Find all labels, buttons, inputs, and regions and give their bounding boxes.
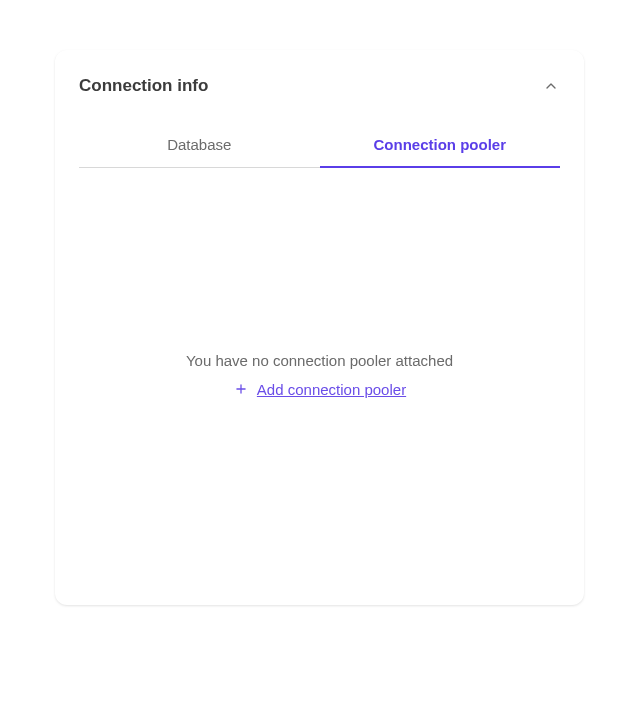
empty-state-message: You have no connection pooler attached — [186, 352, 453, 369]
add-connection-pooler-label: Add connection pooler — [257, 381, 406, 398]
empty-state: You have no connection pooler attached A… — [79, 168, 560, 581]
add-connection-pooler-button[interactable]: Add connection pooler — [233, 381, 406, 398]
tab-connection-pooler[interactable]: Connection pooler — [320, 124, 561, 167]
tabs: Database Connection pooler — [79, 124, 560, 168]
card-title: Connection info — [79, 76, 208, 96]
chevron-up-icon[interactable] — [542, 77, 560, 95]
card-header: Connection info — [79, 76, 560, 96]
tab-database[interactable]: Database — [79, 124, 320, 167]
plus-icon — [233, 381, 249, 397]
connection-info-card: Connection info Database Connection pool… — [55, 50, 584, 605]
